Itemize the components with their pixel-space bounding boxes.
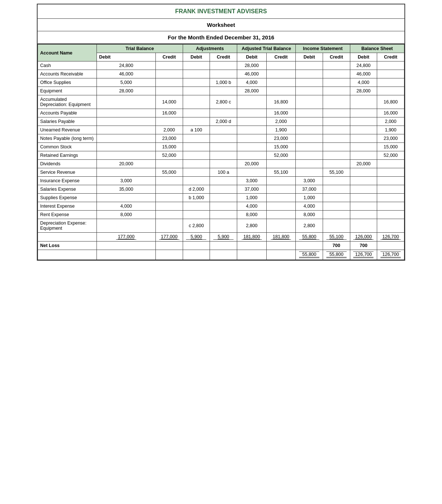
atb-debit-header: Debit [237,53,266,61]
adj-credit-header: Credit [210,53,237,61]
table-row: Salaries Expense35,000d 2,00037,00037,00… [38,185,404,194]
bs-debit-header: Debit [350,53,377,61]
table-row: Accumulated Depreciation: Equipment14,00… [38,95,404,109]
adj-debit-header: Debit [183,53,210,61]
table-row: Unearned Revenue2,000a 1001,9001,900 [38,126,404,134]
table-row: Cash24,80028,00024,800 [38,61,404,70]
table-row: Notes Payable (long term)23,00023,00023,… [38,134,404,143]
table-row: Depreciation Expense: Equipmentc 2,8002,… [38,219,404,233]
table-row: Service Revenue55,000100 a55,10055,100 [38,168,404,177]
table-row: Retained Earnings52,00052,00052,000 [38,151,404,160]
bs-credit-header: Credit [377,53,404,61]
table-row: Common Stock15,00015,00015,000 [38,143,404,151]
worksheet-table: Account Name Trial Balance Adjustments A… [38,44,404,260]
table-row: Insurance Expense3,0003,0003,000 [38,177,404,185]
table-row: Accounts Payable16,00016,00016,000 [38,109,404,117]
trial-balance-header: Trial Balance [97,45,183,53]
worksheet-container: FRANK INVESTMENT ADVISERS Worksheet For … [37,4,405,261]
table-row: Interest Expense4,0004,0004,000 [38,202,404,211]
table-row: Accounts Receivable46,00046,00046,000 [38,70,404,78]
table-row: Rent Expense8,0008,0008,000 [38,211,404,219]
table-row: Office Supplies5,0001,000 b4,0004,000 [38,78,404,87]
income-statement-header: Income Statement [296,45,350,53]
adjusted-trial-header: Adjusted Trial Balance [237,45,295,53]
table-row: Supplies Expenseb 1,0001,0001,000 [38,194,404,202]
account-name-header: Account Name [38,45,97,61]
table-row: Dividends20,00020,00020,000 [38,160,404,168]
adjustments-header: Adjustments [183,45,237,53]
worksheet-title: Worksheet [38,19,404,31]
table-row: Salaries Payable2,000 d2,0002,000 [38,117,404,126]
net-loss-row: Net Loss700700 [38,242,404,250]
company-name: FRANK INVESTMENT ADVISERS [38,4,404,19]
tb-credit-header: Credit [156,53,183,61]
atb-credit-header: Credit [266,53,296,61]
totals-row: 177,000177,0005,9005,900181,800181,80055… [38,233,404,242]
is-debit-header: Debit [296,53,323,61]
balance-sheet-header: Balance Sheet [350,45,404,53]
period-title: For the Month Ended December 31, 2016 [38,31,404,44]
table-row: Equipment28,00028,00028,000 [38,87,404,95]
is-credit-header: Credit [323,53,350,61]
tb-debit-header: Debit [97,53,156,61]
final-totals-row: 55,80055,800126,700126,700 [38,250,404,260]
